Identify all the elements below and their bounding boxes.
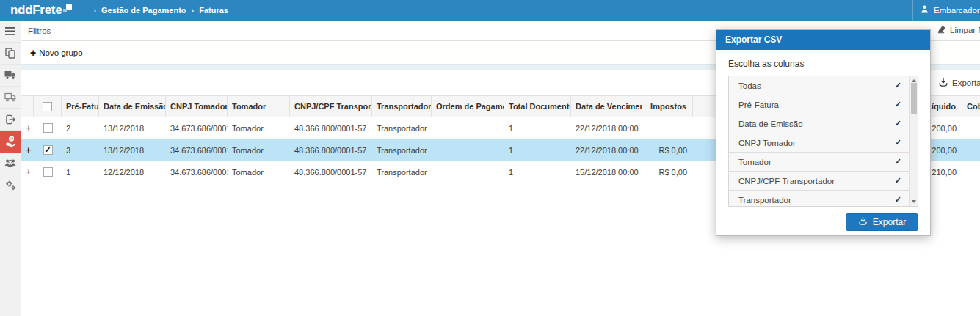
cell-cnpj-tomador: 34.673.686/0001-01: [166, 161, 228, 183]
sidebar-item-freight[interactable]: [0, 65, 21, 87]
export-button[interactable]: Exportar: [846, 213, 918, 231]
list-scrollbar[interactable]: [909, 76, 918, 206]
cell-cnpj-transportador: 48.366.800/0001-57: [290, 161, 372, 183]
sidebar-item-menu[interactable]: [0, 21, 21, 43]
modal-title: Exportar CSV: [716, 30, 930, 50]
top-bar: nddFrete › Gestão de Pagamento › Faturas…: [0, 0, 980, 21]
cell-vencimento: 15/12/2018 00:00: [571, 161, 642, 183]
sidebar-item-documents[interactable]: [0, 43, 21, 65]
header-data-emissao[interactable]: Data de Emissão↓: [99, 96, 166, 117]
filters-title: Filtros: [28, 26, 51, 35]
row-checkbox[interactable]: [43, 167, 53, 177]
header-ordem-pagamento[interactable]: Ordem de Pagamento: [432, 96, 504, 117]
eraser-icon: [937, 25, 946, 35]
header-impostos[interactable]: Impostos: [642, 96, 693, 117]
cell-data-emissao: 13/12/2018: [99, 139, 166, 161]
svg-text:$: $: [10, 136, 12, 141]
users-group-icon: [4, 158, 16, 168]
hamburger-menu-icon: [5, 27, 15, 35]
cell-cobranca: [962, 139, 980, 161]
column-option-pre-fatura[interactable]: Pré-Fatura ✓: [729, 95, 909, 114]
check-icon: ✓: [895, 157, 901, 166]
breadcrumb-item-faturas[interactable]: Faturas: [199, 6, 228, 15]
check-icon: ✓: [895, 176, 901, 185]
column-option-tomador[interactable]: Tomador ✓: [729, 153, 909, 172]
row-checkbox-checked[interactable]: ✓: [43, 145, 53, 155]
clear-filters-label: Limpar filtros: [950, 26, 980, 34]
column-option-transportador[interactable]: Transportador ✓: [729, 191, 909, 207]
expand-row-icon[interactable]: +: [26, 144, 32, 155]
truck-outline-icon: [4, 92, 16, 102]
export-csv-modal: Exportar CSV Escolha as colunas Todas ✓ …: [716, 29, 931, 236]
user-icon: [920, 4, 929, 17]
cell-cnpj-tomador: 34.673.686/0001-01: [166, 117, 228, 139]
column-option-cnpj-tomador[interactable]: CNPJ Tomador ✓: [729, 133, 909, 153]
column-option-data-emissao[interactable]: Data de Emissão ✓: [729, 114, 909, 133]
sidebar-item-payments[interactable]: $: [0, 131, 21, 153]
download-icon: [938, 77, 948, 89]
header-total-documentos[interactable]: Total Documentos: [504, 96, 571, 117]
cell-vencimento: 22/12/2018 00:00: [571, 117, 642, 139]
scrollbar-thumb[interactable]: [911, 83, 917, 114]
column-option-label: Tomador: [738, 158, 772, 166]
header-transportador[interactable]: Transportador: [372, 96, 432, 117]
app-logo: nddFrete: [10, 3, 72, 18]
check-icon: ✓: [895, 100, 901, 109]
header-data-vencimento[interactable]: Data de Vencimento: [571, 96, 642, 117]
column-option-todas[interactable]: Todas ✓: [729, 76, 909, 95]
export-csv-label: Exportar CSV: [952, 78, 980, 87]
header-tomador[interactable]: Tomador: [228, 96, 290, 117]
sidebar-item-delivery[interactable]: [0, 87, 21, 109]
cell-cobranca: [962, 161, 980, 183]
breadcrumb-item-gestao[interactable]: Gestão de Pagamento: [101, 6, 186, 15]
header-select-all: [34, 96, 62, 117]
sidebar-item-users[interactable]: [0, 153, 21, 174]
sidebar-item-settings[interactable]: [0, 174, 21, 196]
column-option-label: Todas: [738, 81, 761, 90]
new-group-label: Novo grupo: [39, 48, 82, 57]
new-group-button[interactable]: + Novo grupo: [30, 47, 83, 59]
row-checkbox[interactable]: [43, 123, 53, 133]
column-list: Todas ✓ Pré-Fatura ✓ Data de Emissão ✓ C…: [728, 76, 918, 207]
column-option-cnpj-cpf-transportador[interactable]: CNPJ/CPF Transportador ✓: [729, 172, 909, 191]
hand-coin-payment-icon: $: [4, 136, 16, 147]
sidebar-item-export[interactable]: [0, 109, 21, 131]
cell-total-documentos: 1: [504, 117, 571, 139]
column-option-label: CNPJ Tomador: [738, 139, 796, 147]
modal-subtitle: Escolha as colunas: [728, 59, 918, 69]
cell-transportador: Transportador: [372, 139, 432, 161]
exit-arrow-icon: [5, 114, 16, 125]
cell-pre-fatura: 3: [62, 139, 99, 161]
cell-data-emissao: 12/12/2018: [99, 161, 166, 183]
export-button-label: Exportar: [873, 217, 906, 227]
expand-row-icon[interactable]: +: [26, 122, 32, 133]
header-cnpj-cpf-transportador[interactable]: CNPJ/CPF Transportador: [290, 96, 372, 117]
clear-filters-button[interactable]: Limpar filtros: [937, 25, 980, 35]
cell-cnpj-tomador: 34.673.686/0001-01: [166, 139, 228, 161]
scroll-down-arrow-icon[interactable]: [910, 197, 918, 206]
header-cobranca[interactable]: Cobrança: [962, 96, 980, 117]
sidebar: $: [0, 21, 21, 316]
column-option-label: Data de Emissão: [738, 120, 803, 128]
check-icon: ✓: [895, 81, 901, 90]
download-icon: [858, 216, 868, 228]
check-icon: ✓: [895, 195, 901, 205]
header-cnpj-tomador[interactable]: CNPJ Tomador: [166, 96, 228, 117]
header-pre-fatura[interactable]: Pré-Fatura: [62, 96, 99, 117]
expand-row-icon[interactable]: +: [26, 166, 32, 177]
select-all-checkbox[interactable]: [43, 102, 52, 111]
cell-tomador: Tomador: [228, 139, 290, 161]
cell-vencimento: 22/12/2018 00:00: [571, 139, 642, 161]
header-data-emissao-label: Data de Emissão: [104, 102, 166, 111]
user-menu-label[interactable]: Embarcador: [934, 6, 980, 15]
breadcrumb-separator-icon: ›: [192, 6, 195, 15]
header-expand: [21, 96, 34, 117]
cell-pre-fatura: 2: [62, 117, 99, 139]
export-csv-link[interactable]: Exportar CSV: [938, 77, 980, 89]
cell-ordem: [432, 139, 504, 161]
cell-ordem: [432, 117, 504, 139]
column-option-label: CNPJ/CPF Transportador: [738, 177, 835, 185]
cell-tomador: Tomador: [228, 161, 290, 183]
cell-pre-fatura: 1: [62, 161, 99, 183]
cell-impostos: R$ 0,00: [642, 139, 693, 161]
